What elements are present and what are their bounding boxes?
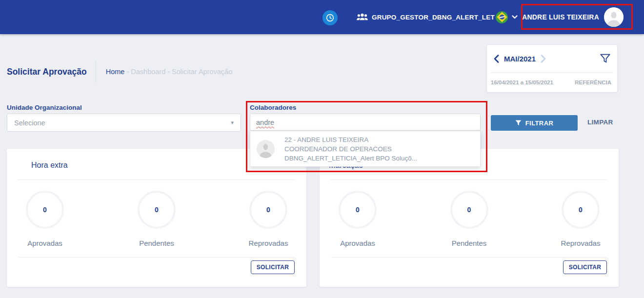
stat-label: Reprovadas (249, 239, 288, 247)
stat-label: Aprovadas (340, 239, 375, 247)
punch-card: Marcação 0 Aprovadas 0 Pendentes 0 Repro… (320, 149, 619, 287)
clock-button[interactable] (322, 10, 338, 25)
stat-approved: 0 Aprovadas (20, 191, 69, 247)
reference-month-label: MAI/2021 (504, 55, 536, 63)
chevron-right-icon (541, 55, 546, 63)
suggestion-name: 22 - ANDRE LUIS TEIXEIRA (284, 135, 417, 144)
next-month-button[interactable] (541, 55, 546, 63)
collaborators-label: Colaboradores (250, 104, 296, 111)
stat-label: Pendentes (139, 239, 174, 247)
stat-circle: 0 (26, 191, 64, 229)
group-selector[interactable]: GRUPO_GESTOR_DBNG_ALERT_LETICI (357, 0, 518, 34)
filter-button-label: FILTRAR (525, 119, 553, 127)
top-navbar: GRUPO_GESTOR_DBNG_ALERT_LETICI ANDRE LUI… (0, 0, 644, 34)
request-punch-button[interactable]: SOLICITAR (563, 260, 607, 274)
suggestion-org: DBNG_ALERT_LETICIA_Alert BPO Soluçõ... (284, 154, 417, 163)
stat-pending: 0 Pendentes (445, 191, 494, 247)
stat-value: 0 (266, 206, 270, 214)
user-menu[interactable]: ANDRE LUIS TEIXEIRA (522, 0, 624, 34)
org-unit-select[interactable]: Selecione ▾ (7, 114, 241, 132)
avatar-icon (604, 7, 624, 27)
org-unit-label: Unidade Organizacional (7, 104, 82, 111)
stat-circle: 0 (450, 191, 488, 229)
breadcrumb-home-link[interactable]: Home (106, 68, 125, 76)
stat-value: 0 (155, 206, 159, 214)
overtime-card: Hora extra 0 Aprovadas 0 Pendentes 0 Rep… (7, 149, 306, 287)
stat-value: 0 (356, 206, 360, 214)
avatar-icon (257, 140, 275, 158)
stat-label: Pendentes (452, 239, 487, 247)
stat-label: Aprovadas (27, 239, 62, 247)
chevron-down-icon (512, 15, 518, 19)
stat-value: 0 (579, 206, 583, 214)
stat-value: 0 (43, 206, 47, 214)
caret-down-icon: ▾ (231, 119, 234, 126)
brazil-flag-icon (496, 11, 508, 23)
funnel-icon (515, 120, 522, 126)
collaborator-suggestion-item[interactable]: 22 - ANDRE LUIS TEIXEIRA COORDENADOR DE … (250, 131, 481, 167)
breadcrumb: Home - Dashboard - Solicitar Aprovação (106, 68, 233, 76)
chevron-left-icon (494, 55, 499, 63)
group-icon (357, 13, 368, 21)
stat-rejected: 0 Reprovadas (556, 191, 605, 247)
stat-approved: 0 Aprovadas (333, 191, 382, 247)
clear-button[interactable]: LIMPAR (587, 119, 613, 126)
stat-value: 0 (467, 206, 471, 214)
stat-circle: 0 (138, 191, 176, 229)
header-divider (96, 61, 96, 82)
reference-period-card: MAI/2021 16/04/2021 a 15/05/2021 REFERÊN… (487, 45, 617, 92)
collaborators-input[interactable]: andre (250, 114, 481, 131)
stat-circle: 0 (562, 191, 600, 229)
user-name-label: ANDRE LUIS TEIXEIRA (522, 13, 599, 21)
period-filter-button[interactable] (600, 54, 610, 63)
request-overtime-button[interactable]: SOLICITAR (251, 260, 295, 274)
collaborators-input-value: andre (256, 119, 274, 126)
stat-label: Reprovadas (561, 239, 601, 247)
stat-circle: 0 (249, 191, 287, 229)
page-header: Solicitar Aprovação Home - Dashboard - S… (7, 61, 232, 82)
clock-icon (325, 13, 335, 22)
stat-pending: 0 Pendentes (132, 191, 181, 247)
reference-caption: REFERÊNCIA (575, 79, 611, 85)
stat-circle: 0 (339, 191, 377, 229)
previous-month-button[interactable] (494, 55, 499, 63)
group-name-label: GRUPO_GESTOR_DBNG_ALERT_LETICI (372, 14, 495, 21)
org-unit-placeholder: Selecione (14, 119, 231, 127)
stat-rejected: 0 Reprovadas (244, 191, 293, 247)
breadcrumb-trail: - Dashboard - Solicitar Aprovação (124, 68, 232, 76)
suggestion-role: COORDENADOR DE OPERACOES (284, 144, 417, 154)
funnel-icon (600, 54, 610, 63)
filter-button[interactable]: FILTRAR (491, 115, 578, 131)
card-divider (331, 257, 607, 258)
reference-date-range: 16/04/2021 a 15/05/2021 (491, 79, 553, 85)
card-divider (19, 257, 295, 258)
page-title: Solicitar Aprovação (7, 67, 87, 77)
